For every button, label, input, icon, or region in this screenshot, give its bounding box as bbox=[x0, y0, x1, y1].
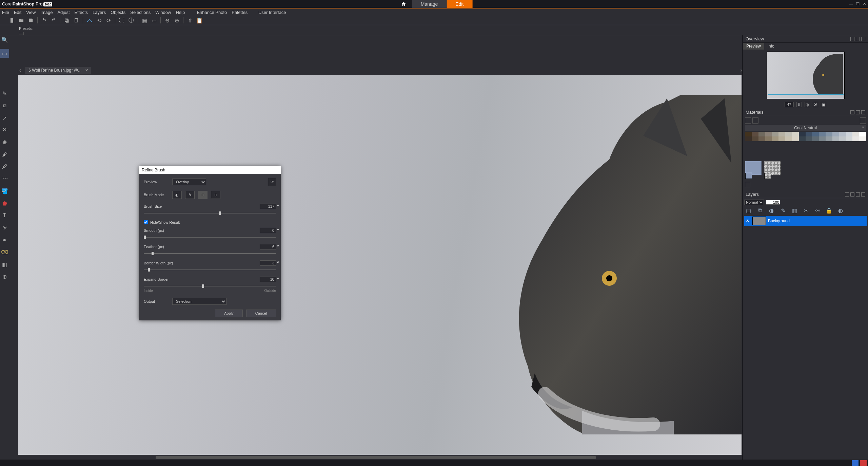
panel-pin-icon[interactable] bbox=[850, 192, 854, 197]
taskbar-icon-2[interactable] bbox=[860, 460, 867, 466]
menu-window[interactable]: Window bbox=[155, 10, 171, 15]
close-tab-icon[interactable]: ✕ bbox=[85, 68, 88, 73]
menu-layers[interactable]: Layers bbox=[93, 10, 106, 15]
zoom-in-icon[interactable]: ⊕ bbox=[173, 17, 180, 24]
swatch[interactable] bbox=[799, 136, 806, 141]
swatch[interactable] bbox=[785, 136, 792, 141]
tab-manage[interactable]: Manage bbox=[412, 0, 447, 8]
swatch[interactable] bbox=[772, 132, 778, 136]
swatch[interactable] bbox=[745, 132, 752, 136]
ruler-icon[interactable]: ▭ bbox=[150, 17, 158, 24]
new-layer-icon[interactable]: ▢ bbox=[745, 207, 752, 214]
swatch[interactable] bbox=[752, 136, 758, 141]
undo-icon[interactable] bbox=[40, 17, 48, 24]
presets-dropdown[interactable] bbox=[19, 32, 24, 35]
panel-maximize-icon[interactable] bbox=[856, 110, 860, 114]
brush-mode-4-icon[interactable]: ⊖ bbox=[211, 191, 220, 199]
hide-show-checkbox[interactable] bbox=[144, 220, 148, 224]
tab-edit[interactable]: Edit bbox=[447, 0, 472, 8]
straighten-tool-icon[interactable]: ➚ bbox=[2, 115, 8, 121]
lock-layer-icon[interactable]: 🔒 bbox=[826, 207, 832, 214]
menu-objects[interactable]: Objects bbox=[111, 10, 125, 15]
paint-tool-icon[interactable]: 🖍 bbox=[2, 164, 8, 170]
swatch[interactable] bbox=[758, 136, 765, 141]
swatch[interactable] bbox=[778, 132, 785, 136]
text-tool-icon[interactable]: T bbox=[2, 212, 8, 219]
cancel-button[interactable]: Cancel bbox=[246, 310, 276, 317]
swatch[interactable] bbox=[846, 136, 853, 141]
panel-minimize-icon[interactable] bbox=[850, 110, 854, 114]
overview-thumbnail[interactable] bbox=[767, 52, 845, 99]
zoom-tool-icon[interactable]: 🔍 bbox=[2, 37, 8, 43]
zoom-out-icon[interactable]: ⊖ bbox=[163, 17, 171, 24]
panel-minimize-icon[interactable] bbox=[850, 37, 854, 41]
background-mini-swatch[interactable] bbox=[764, 173, 771, 179]
overview-tab-preview[interactable]: Preview bbox=[743, 43, 764, 50]
zoom-spinner-icon[interactable]: ⠿ bbox=[796, 102, 802, 107]
group-layer-icon[interactable]: ▥ bbox=[791, 207, 798, 214]
swatch[interactable] bbox=[826, 136, 832, 141]
swatch[interactable] bbox=[826, 132, 832, 136]
blend-mode-select[interactable]: Normal bbox=[744, 200, 764, 205]
resize-icon[interactable]: ⛶ bbox=[118, 17, 125, 24]
reset-icon[interactable]: ⟳ bbox=[268, 178, 276, 186]
swatch[interactable] bbox=[758, 132, 765, 136]
swatch[interactable] bbox=[819, 136, 826, 141]
copy-icon[interactable] bbox=[63, 17, 71, 24]
swatch[interactable] bbox=[745, 136, 752, 141]
brush-mode-3-icon[interactable]: ⊕ bbox=[198, 191, 208, 199]
zoom-fit-icon[interactable]: ◎ bbox=[805, 102, 810, 107]
feather-field[interactable]: 6 bbox=[260, 244, 276, 249]
swatch[interactable] bbox=[832, 132, 839, 136]
close-button[interactable]: ✕ bbox=[863, 2, 866, 6]
maximize-button[interactable]: ❐ bbox=[856, 2, 860, 6]
swatch[interactable] bbox=[859, 132, 866, 136]
selection-tool-icon[interactable]: ▭ bbox=[0, 49, 9, 58]
panel-close-icon[interactable] bbox=[861, 110, 865, 114]
swatch[interactable] bbox=[812, 136, 819, 141]
apply-button[interactable]: Apply bbox=[215, 310, 243, 317]
foreground-mini-swatch[interactable] bbox=[745, 173, 752, 179]
new-icon[interactable] bbox=[8, 17, 16, 24]
link-layer-icon[interactable]: ⚯ bbox=[814, 207, 821, 214]
panel-maximize-icon[interactable] bbox=[856, 37, 860, 41]
mask-layer-icon[interactable]: ◑ bbox=[768, 207, 775, 214]
open-icon[interactable] bbox=[18, 17, 25, 24]
brush-size-slider[interactable] bbox=[144, 211, 276, 215]
brush-size-field[interactable]: 117 bbox=[260, 204, 276, 209]
border-width-slider[interactable] bbox=[144, 268, 276, 272]
document-tab[interactable]: 6 Wolf Refine Brush.jpg* @... ✕ bbox=[25, 67, 91, 74]
panel-close-icon[interactable] bbox=[861, 192, 865, 197]
fill-tool-icon[interactable]: 🪣 bbox=[2, 188, 8, 194]
swatch[interactable] bbox=[792, 132, 799, 136]
swatch[interactable] bbox=[806, 136, 812, 141]
zoom-actual-icon[interactable]: ⦿ bbox=[813, 102, 818, 107]
paste-icon[interactable] bbox=[73, 17, 80, 24]
eye-tool-icon[interactable]: 👁 bbox=[2, 127, 8, 133]
gradient-tool-icon[interactable]: ◧ bbox=[2, 261, 8, 267]
swatch[interactable] bbox=[785, 132, 792, 136]
clipboard-icon[interactable]: 📋 bbox=[196, 17, 203, 24]
light-tool-icon[interactable]: ☀ bbox=[2, 225, 8, 231]
layer-row-background[interactable]: 👁 Background bbox=[744, 216, 867, 226]
swatch[interactable] bbox=[852, 136, 859, 141]
clone-tool-icon[interactable]: ✺ bbox=[2, 139, 8, 145]
info-icon[interactable]: ⓘ bbox=[127, 17, 135, 24]
overview-tab-info[interactable]: Info bbox=[764, 43, 778, 50]
tab-scroll-right-icon[interactable]: › bbox=[741, 67, 742, 73]
visibility-icon[interactable]: 👁 bbox=[746, 219, 750, 223]
menu-file[interactable]: File bbox=[2, 10, 9, 15]
swatch[interactable] bbox=[839, 136, 846, 141]
menu-adjust[interactable]: Adjust bbox=[57, 10, 70, 15]
brush-tool-icon[interactable]: 🖌 bbox=[2, 151, 8, 157]
swatch[interactable] bbox=[765, 136, 772, 141]
rotate-right-icon[interactable]: ⟳ bbox=[105, 17, 112, 24]
taskbar-icon-1[interactable] bbox=[852, 460, 859, 466]
expand-border-field[interactable]: -10 bbox=[260, 277, 276, 282]
smudge-tool-icon[interactable]: 〰 bbox=[2, 176, 8, 182]
swatch[interactable] bbox=[812, 132, 819, 136]
materials-mode-2-icon[interactable] bbox=[752, 117, 758, 124]
swatch[interactable] bbox=[772, 136, 778, 141]
menu-effects[interactable]: Effects bbox=[75, 10, 88, 15]
swatch[interactable] bbox=[765, 132, 772, 136]
